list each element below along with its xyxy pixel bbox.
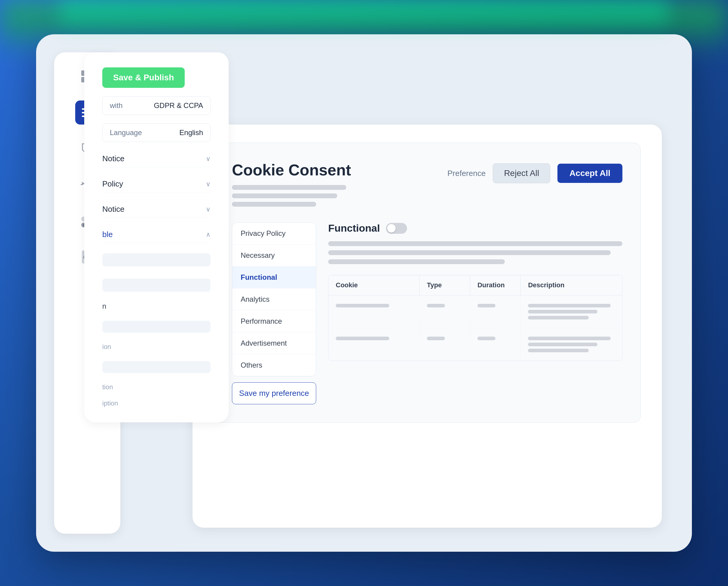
functional-header: Functional (328, 222, 622, 234)
func-desc-2 (328, 250, 611, 255)
nav-advertisement[interactable]: Advertisement (232, 332, 316, 354)
desc-line-1 (232, 185, 346, 190)
policy-section[interactable]: Policy ∨ (102, 176, 211, 193)
section-iption: iption (102, 400, 211, 407)
input-name[interactable] (102, 321, 211, 333)
notice-label-2: Notice (102, 205, 125, 214)
cookie-body: Privacy Policy Necessary Functional Anal… (232, 222, 622, 404)
notice-section-2[interactable]: Notice ∨ (102, 201, 211, 218)
desc-line-2 (232, 194, 337, 198)
nav-necessary[interactable]: Necessary (232, 245, 316, 266)
cell-line (528, 342, 597, 346)
table-header-description: Description (521, 275, 622, 295)
cell-line (528, 349, 589, 352)
table-header-duration: Duration (470, 275, 521, 295)
table-cell-duration-1 (470, 296, 521, 328)
cell-line (477, 337, 495, 340)
cookie-consent-title: Cookie Consent (232, 161, 447, 179)
cookie-modal: Cookie Consent Preference Reject All Acc… (214, 143, 641, 423)
nav-functional[interactable]: Functional (232, 266, 316, 288)
cookie-title-section: Cookie Consent (232, 161, 447, 210)
cookie-table: Cookie Type Duration Description (328, 275, 622, 361)
table-cell-desc-1 (521, 296, 622, 328)
table-label: ble (102, 230, 113, 239)
table-cell-cookie-2 (329, 328, 420, 361)
desc-line-3 (232, 202, 316, 207)
cell-line (528, 304, 610, 307)
table-cell-type-2 (420, 328, 470, 361)
chevron-down-icon-3: ∨ (206, 205, 211, 213)
notice-label-1: Notice (102, 154, 125, 163)
table-row-1 (329, 296, 622, 328)
compliance-value: GDPR & CCPA (154, 101, 203, 110)
language-value: English (179, 128, 203, 137)
policy-label: Policy (102, 179, 123, 188)
preference-label: Preference (447, 169, 486, 178)
notice-section-1[interactable]: Notice ∨ (102, 150, 211, 167)
outer-card: CSS Save & Publish with GDPR & CCPA Lang… (36, 34, 692, 552)
functional-description (328, 241, 622, 264)
config-panel: Save & Publish with GDPR & CCPA Language… (84, 52, 229, 422)
input-desc[interactable] (102, 361, 211, 373)
section-tion: tion (102, 383, 211, 391)
table-header: Cookie Type Duration Description (329, 275, 622, 296)
table-header-cookie: Cookie (329, 275, 420, 295)
cookie-nav: Privacy Policy Necessary Functional Anal… (232, 222, 316, 376)
language-label: Language (110, 128, 142, 137)
table-cell-duration-2 (470, 328, 521, 361)
nav-analytics[interactable]: Analytics (232, 288, 316, 310)
chevron-down-icon-1: ∨ (206, 155, 211, 163)
nav-performance[interactable]: Performance (232, 310, 316, 332)
chevron-down-icon-2: ∨ (206, 180, 211, 188)
input-2[interactable] (102, 279, 211, 292)
reject-all-button[interactable]: Reject All (493, 163, 550, 183)
cookie-header: Cookie Consent Preference Reject All Acc… (232, 161, 622, 210)
section-n: n (102, 302, 211, 310)
func-desc-3 (328, 259, 505, 264)
compliance-row: with GDPR & CCPA (102, 96, 211, 115)
save-preference-button[interactable]: Save my preference (232, 382, 316, 404)
table-header-type: Type (420, 275, 470, 295)
cell-line (427, 337, 445, 340)
input-1[interactable] (102, 253, 211, 266)
cell-line (528, 337, 610, 340)
nav-others[interactable]: Others (232, 354, 316, 376)
nav-privacy-policy[interactable]: Privacy Policy (232, 223, 316, 245)
table-cell-type-1 (420, 296, 470, 328)
table-section[interactable]: ble ∧ (102, 226, 211, 243)
table-cell-desc-2 (521, 328, 622, 361)
preview-panel: Cookie Consent Preference Reject All Acc… (192, 125, 662, 528)
cookie-actions: Preference Reject All Accept All (447, 163, 622, 183)
cell-line (528, 310, 597, 313)
cookie-content: Functional Cookie Type Duration (328, 222, 622, 404)
cell-line (528, 316, 589, 320)
cell-line (477, 304, 495, 307)
cell-line (427, 304, 445, 307)
func-desc-1 (328, 241, 622, 246)
language-row: Language English (102, 123, 211, 142)
functional-toggle[interactable] (386, 223, 407, 234)
cell-line (336, 337, 389, 340)
cell-line (336, 304, 389, 307)
table-cell-cookie-1 (329, 296, 420, 328)
compliance-label: with (110, 101, 123, 110)
accept-all-button[interactable]: Accept All (557, 164, 622, 183)
section-ion: ion (102, 343, 211, 351)
save-publish-button[interactable]: Save & Publish (102, 68, 185, 88)
chevron-up-icon: ∧ (206, 231, 211, 238)
functional-title: Functional (328, 222, 380, 234)
cookie-nav-container: Privacy Policy Necessary Functional Anal… (232, 222, 316, 404)
table-row-2 (329, 328, 622, 361)
